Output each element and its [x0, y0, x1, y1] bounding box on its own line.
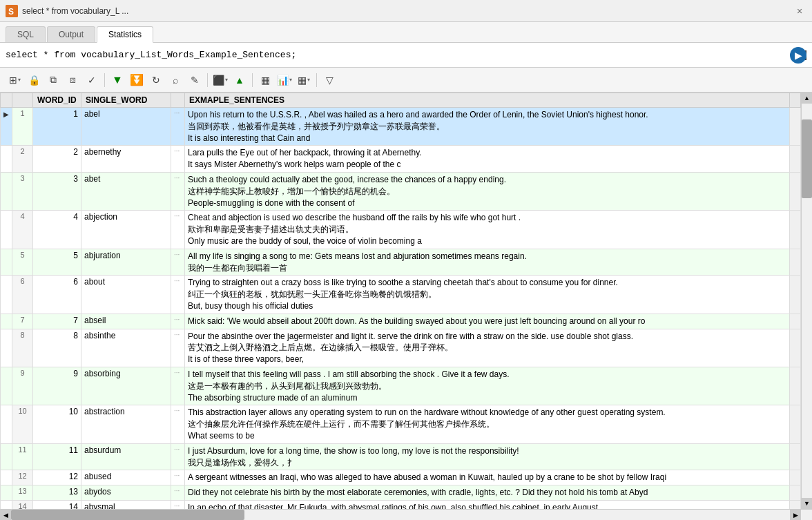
chart-button[interactable]: 📊 ▾ — [276, 71, 293, 89]
cell-word-id: 3 — [33, 172, 81, 210]
cell-example-sentence: Lara pulls the Eye out of her backpack, … — [185, 146, 790, 173]
close-button[interactable]: × — [793, 4, 806, 18]
cell-word-id: 1 — [33, 108, 81, 146]
table-row[interactable]: 33abet···Such a theology could actually … — [1, 172, 801, 210]
row-indicator-cell — [1, 470, 12, 485]
sql-text[interactable]: select * from vocabulary_List_Words_Exam… — [6, 50, 805, 60]
cell-word-id: 11 — [33, 443, 81, 470]
cell-word-id: 6 — [33, 276, 81, 314]
paste-button[interactable]: ⧇ — [64, 71, 81, 89]
row-number: 13 — [12, 485, 33, 501]
cell-example-sentence: A sergeant witnesses an Iraqi, who was a… — [185, 470, 790, 485]
table-row[interactable]: 22abernethy···Lara pulls the Eye out of … — [1, 146, 801, 173]
col-header-single-word[interactable]: SINGLE_WORD — [81, 93, 171, 108]
copy-button[interactable]: ⧉ — [44, 71, 62, 89]
scroll-right-btn[interactable]: ▶ — [790, 510, 801, 521]
sql-input-area: select * from vocabulary_List_Words_Exam… — [0, 43, 812, 68]
col-header-rownum — [12, 93, 33, 108]
scroll-track[interactable] — [802, 104, 812, 498]
find-button[interactable]: ⌕ — [166, 71, 184, 89]
table-row[interactable]: 88absinthe···Pour the absinthe over the … — [1, 329, 801, 367]
scroll-thumb[interactable] — [802, 119, 812, 198]
filter-down-icon: ▼ — [112, 74, 123, 86]
scrollbar-v[interactable]: ▲ ▼ — [801, 93, 812, 509]
tab-sql[interactable]: SQL — [6, 26, 46, 42]
row-indicator-cell — [1, 276, 12, 314]
cell-example-sentence: Did they not celebrate his birth by the … — [185, 485, 790, 501]
table-scroll[interactable]: WORD_ID SINGLE_WORD EXMAPLE_SENTENCES ▶1… — [0, 93, 801, 509]
cell-overflow-indicator: ··· — [171, 443, 185, 470]
cell-word-id: 4 — [33, 211, 81, 249]
chart-icon: 📊 — [277, 75, 289, 86]
scroll-left-btn[interactable]: ◀ — [0, 510, 11, 521]
filter-all-icon: ⏬ — [130, 73, 144, 86]
cell-single-word: abjection — [81, 211, 171, 249]
cell-word-id: 9 — [33, 367, 81, 405]
table-row[interactable]: 77abseil···Mick said: 'We would abseil a… — [1, 314, 801, 329]
chart2-button[interactable]: ▦ ▾ — [295, 71, 313, 89]
export-button[interactable]: ▲ — [231, 71, 249, 89]
chart2-arrow: ▾ — [307, 77, 310, 83]
tab-statistics[interactable]: Statistics — [97, 26, 153, 43]
filter-button[interactable]: ▽ — [320, 71, 338, 89]
scroll-up-btn[interactable]: ▲ — [802, 93, 812, 104]
table-row[interactable]: 1010abstraction···This abstraction layer… — [1, 405, 801, 443]
cell-single-word: abet — [81, 172, 171, 210]
cell-example-sentence: Such a theology could actually abet the … — [185, 172, 790, 210]
table-row[interactable]: ▶11abel···Upon his return to the U.S.S.R… — [1, 108, 801, 146]
run-query-button[interactable]: ▶ — [790, 47, 806, 64]
table-row[interactable]: 44abjection···Cheat and abjection is use… — [1, 211, 801, 249]
table-row[interactable]: 1414abysmal···In an echo of that disaste… — [1, 500, 801, 509]
col-header-example[interactable]: EXMAPLE_SENTENCES — [185, 93, 790, 108]
cell-example-sentence: In an echo of that disaster, Mr Fukuda, … — [185, 500, 790, 509]
cell-word-id: 8 — [33, 329, 81, 367]
import-button[interactable]: ⬛ ▾ — [211, 71, 229, 89]
cell-overflow-indicator: ··· — [171, 314, 185, 329]
table-row[interactable]: 1111absurdum···I just Absurdum, love for… — [1, 443, 801, 470]
row-indicator-cell — [1, 146, 12, 173]
filter-down-button[interactable]: ▼ — [108, 71, 126, 89]
refresh-button[interactable]: ↻ — [147, 71, 165, 89]
cell-single-word: abstraction — [81, 405, 171, 443]
col-header-word-id[interactable]: WORD_ID — [33, 93, 81, 108]
table-row[interactable]: 55abjuration···All my life is singing a … — [1, 249, 801, 276]
table-row[interactable]: 1313abydos···Did they not celebrate his … — [1, 485, 801, 501]
cols-button[interactable]: ▦ — [256, 71, 274, 89]
check-button[interactable]: ✓ — [83, 71, 101, 89]
copy-icon: ⧉ — [50, 74, 57, 86]
cell-scroll-placeholder — [790, 470, 801, 485]
table-body: ▶11abel···Upon his return to the U.S.S.R… — [1, 108, 801, 510]
table-row[interactable]: 99absorbing···I tell myself that this fe… — [1, 367, 801, 405]
edit-button[interactable]: ✎ — [186, 71, 204, 89]
cell-single-word: abel — [81, 108, 171, 146]
h-scroll-track[interactable] — [11, 510, 790, 520]
h-scroll-thumb[interactable] — [11, 510, 244, 520]
table-row[interactable]: 1212abused···A sergeant witnesses an Ira… — [1, 470, 801, 485]
col-header-dots — [171, 93, 185, 108]
cell-scroll-placeholder — [790, 485, 801, 501]
cell-example-sentence: Mick said: 'We would abseil about 200ft … — [185, 314, 790, 329]
row-indicator-cell — [1, 405, 12, 443]
scrollbar-h[interactable]: ◀ ▶ — [0, 509, 812, 520]
row-indicator-cell — [1, 211, 12, 249]
col-header-indicator — [1, 93, 12, 108]
cell-scroll-placeholder — [790, 314, 801, 329]
cell-single-word: abjuration — [81, 249, 171, 276]
tab-output[interactable]: Output — [47, 26, 95, 42]
export-icon: ▲ — [235, 75, 244, 86]
row-indicator-cell — [1, 314, 12, 329]
scroll-down-btn[interactable]: ▼ — [802, 498, 812, 509]
cell-example-sentence: Cheat and abjection is used wo describe … — [185, 211, 790, 249]
filter-all-button[interactable]: ⏬ — [128, 71, 146, 89]
cell-scroll-placeholder — [790, 146, 801, 173]
table-row[interactable]: 66about···Trying to straighten out a cra… — [1, 276, 801, 314]
cell-overflow-indicator: ··· — [171, 405, 185, 443]
row-number: 7 — [12, 314, 33, 329]
main-content: WORD_ID SINGLE_WORD EXMAPLE_SENTENCES ▶1… — [0, 93, 812, 520]
cell-example-sentence: I just Absurdum, love for a long time, t… — [185, 443, 790, 470]
grid-settings-button[interactable]: ⊞ ▾ — [6, 71, 23, 89]
lock-button[interactable]: 🔒 — [25, 71, 43, 89]
row-indicator-cell — [1, 249, 12, 276]
import-icon: ⬛ — [213, 75, 224, 86]
sep4 — [316, 73, 317, 87]
